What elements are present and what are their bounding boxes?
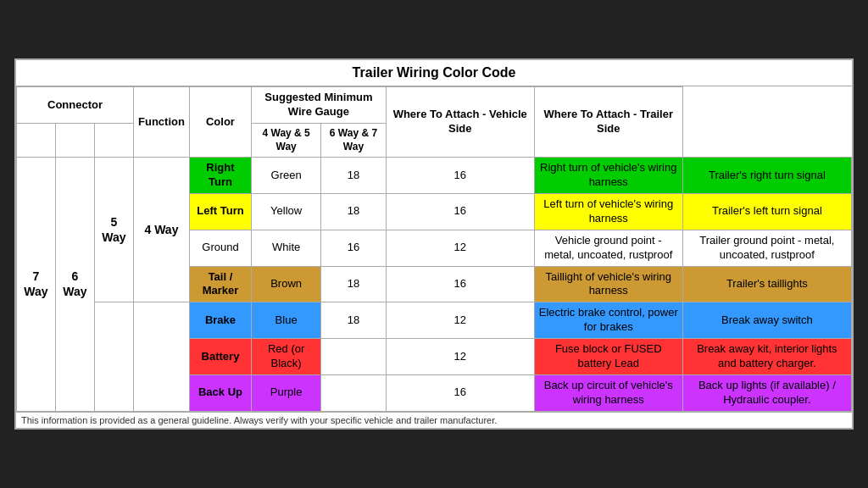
function-cell: Brake: [189, 302, 251, 339]
way5-header: [95, 124, 134, 158]
way5-extra-cell: [95, 302, 134, 411]
color-header: Color: [189, 87, 251, 158]
gauge-45-cell: [321, 374, 387, 411]
trailer-side-cell: Break away switch: [682, 302, 851, 339]
trailer-side-cell: Trailer's taillights: [682, 266, 851, 302]
gauge-67-cell: 12: [386, 339, 534, 375]
table-body: 7 Way6 Way5 Way4 WayRight TurnGreen1816R…: [17, 158, 852, 411]
trailer-side-cell: Break away kit, interior lights and batt…: [682, 339, 851, 375]
function-cell: Right Turn: [189, 158, 251, 194]
table-row: BrakeBlue1812Electric brake control, pow…: [17, 302, 852, 339]
vehicle-side-cell: Left turn of vehicle's wiring harness: [534, 194, 682, 230]
table-row: 7 Way6 Way5 Way4 WayRight TurnGreen1816R…: [17, 158, 852, 194]
way4-cell: 4 Way: [134, 158, 190, 302]
color-cell: Red (or Black): [252, 339, 321, 375]
trailer-side-cell: Trailer ground point - metal, uncoated, …: [682, 230, 851, 266]
function-cell: Ground: [189, 230, 251, 266]
way4-extra-cell: [134, 302, 190, 411]
function-cell: Left Turn: [189, 194, 251, 230]
vehicle-side-cell: Fuse block or FUSED battery Lead: [534, 339, 682, 375]
trailer-side-header: Where To Attach - Trailer Side: [534, 87, 682, 158]
gauge-45-cell: 18: [321, 194, 387, 230]
table-title: Trailer Wiring Color Code: [16, 60, 852, 86]
way7-cell: 7 Way: [17, 158, 56, 411]
wiring-table: Connector Function Color Suggested Minim…: [16, 86, 852, 411]
gauge-67-cell: 16: [386, 374, 534, 411]
trailer-side-cell: Trailer's left turn signal: [682, 194, 851, 230]
connector-header: Connector: [17, 87, 134, 124]
color-cell: Yellow: [252, 194, 321, 230]
gauge-45-cell: [321, 339, 387, 375]
vehicle-side-cell: Back up circuit of vehicle's wiring harn…: [534, 374, 682, 411]
footer-note: This information is provided as a genera…: [16, 412, 852, 428]
gauge-45-cell: 18: [321, 266, 387, 302]
gauge-67-cell: 12: [386, 230, 534, 266]
way5-cell: 5 Way: [95, 158, 134, 302]
gauge-67-cell: 16: [386, 158, 534, 194]
way6-header: [56, 124, 95, 158]
function-header: Function: [134, 87, 190, 158]
way7-header: [17, 124, 56, 158]
function-cell: Battery: [189, 339, 251, 375]
gauge-45-header: 4 Way & 5 Way: [252, 124, 321, 158]
gauge-67-cell: 12: [386, 302, 534, 339]
color-cell: Blue: [252, 302, 321, 339]
header-row-1: Connector Function Color Suggested Minim…: [17, 87, 852, 124]
color-cell: Purple: [252, 374, 321, 411]
gauge-45-cell: 18: [321, 302, 387, 339]
gauge-67-header: 6 Way & 7 Way: [321, 124, 387, 158]
function-cell: Back Up: [189, 374, 251, 411]
vehicle-side-cell: Taillight of vehicle's wiring harness: [534, 266, 682, 302]
main-container: Trailer Wiring Color Code Connector Func…: [14, 58, 854, 429]
color-cell: White: [252, 230, 321, 266]
trailer-side-cell: Back up lights (if available) / Hydrauli…: [682, 374, 851, 411]
suggested-header: Suggested Minimum Wire Gauge: [252, 87, 387, 124]
gauge-67-cell: 16: [386, 266, 534, 302]
vehicle-side-cell: Right turn of vehicle's wiring harness: [534, 158, 682, 194]
trailer-side-cell: Trailer's right turn signal: [682, 158, 851, 194]
color-cell: Green: [252, 158, 321, 194]
gauge-45-cell: 16: [321, 230, 387, 266]
way6-cell: 6 Way: [56, 158, 95, 411]
gauge-67-cell: 16: [386, 194, 534, 230]
vehicle-side-cell: Vehicle ground point - metal, uncoated, …: [534, 230, 682, 266]
gauge-45-cell: 18: [321, 158, 387, 194]
function-cell: Tail / Marker: [189, 266, 251, 302]
vehicle-side-header: Where To Attach - Vehicle Side: [386, 87, 534, 158]
color-cell: Brown: [252, 266, 321, 302]
vehicle-side-cell: Electric brake control, power for brakes: [534, 302, 682, 339]
